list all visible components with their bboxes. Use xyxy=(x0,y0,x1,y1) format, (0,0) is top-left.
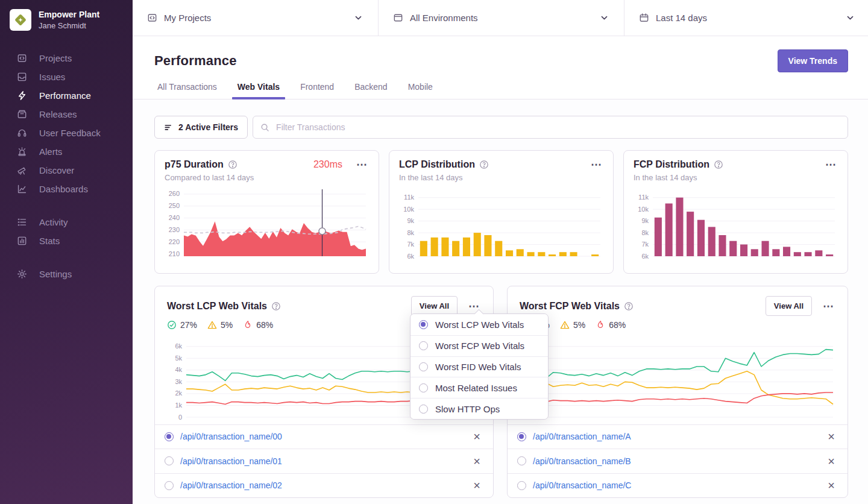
sidebar-item-label: Performance xyxy=(39,90,91,101)
row-radio[interactable] xyxy=(165,432,174,441)
vitals-bar xyxy=(717,456,818,466)
search-icon xyxy=(260,123,269,132)
selector-all-environments[interactable]: All Environments xyxy=(378,0,624,36)
row-radio[interactable] xyxy=(165,481,174,490)
close-icon[interactable]: × xyxy=(470,456,483,466)
org-logo xyxy=(10,9,31,31)
close-icon[interactable]: × xyxy=(470,480,483,490)
svg-text:220: 220 xyxy=(169,238,180,245)
menu-item-worst-fcp-web-vitals[interactable]: Worst FCP Web Vitals xyxy=(410,335,548,356)
card-title: Worst FCP Web Vitals xyxy=(520,301,620,312)
badge-value: 68% xyxy=(609,320,626,330)
sidebar-item-label: Issues xyxy=(39,72,65,82)
table-row[interactable]: /api/0/transaction_name/C× xyxy=(508,473,848,498)
view-all-button[interactable]: View All xyxy=(766,296,812,316)
sidebar-item-user-feedback[interactable]: User Feedback xyxy=(0,124,133,142)
row-radio[interactable] xyxy=(517,432,526,441)
menu-item-most-related-issues[interactable]: Most Related Issues xyxy=(410,377,548,398)
row-radio[interactable] xyxy=(517,456,526,465)
menu-item-worst-fid-web-vitals[interactable]: Worst FID Web Vitals xyxy=(410,356,548,377)
vitals-badge: 27% xyxy=(167,320,197,330)
sidebar-item-projects[interactable]: Projects xyxy=(0,49,133,68)
menu-item-radio[interactable] xyxy=(419,320,428,329)
transaction-link[interactable]: /api/0/transaction_name/A xyxy=(533,432,631,441)
transaction-link[interactable]: /api/0/transaction_name/00 xyxy=(180,432,282,441)
table-row[interactable]: /api/0/transaction_name/A× xyxy=(508,424,848,449)
help-icon[interactable] xyxy=(624,301,634,311)
close-icon[interactable]: × xyxy=(825,432,838,441)
svg-text:10k: 10k xyxy=(638,206,649,213)
tab-frontend[interactable]: Frontend xyxy=(300,82,334,99)
view-trends-button[interactable]: View Trends xyxy=(778,49,848,72)
svg-text:7k: 7k xyxy=(407,241,414,248)
performance-tabs: All TransactionsWeb VitalsFrontendBacken… xyxy=(133,72,868,99)
sidebar-item-settings[interactable]: Settings xyxy=(0,265,133,283)
sidebar-item-performance[interactable]: Performance xyxy=(0,86,133,105)
transaction-link[interactable]: /api/0/transaction_name/01 xyxy=(180,456,282,466)
row-radio[interactable] xyxy=(165,456,174,465)
sidebar-item-alerts[interactable]: Alerts xyxy=(0,142,133,161)
card-actions: View All ⋯ xyxy=(766,296,835,316)
selector-label: Last 14 days xyxy=(656,13,707,23)
menu-item-radio[interactable] xyxy=(419,405,428,414)
help-icon[interactable] xyxy=(228,160,237,169)
chevron-down-icon xyxy=(599,13,609,23)
tab-web-vitals[interactable]: Web Vitals xyxy=(237,82,280,99)
vitals-bar-segment xyxy=(362,456,371,466)
transaction-list: /api/0/transaction_name/00×/api/0/transa… xyxy=(155,424,493,498)
menu-item-label: Worst LCP Web Vitals xyxy=(435,320,524,330)
vitals-type-dropdown: Worst LCP Web VitalsWorst FCP Web Vitals… xyxy=(410,313,549,420)
table-row[interactable]: /api/0/transaction_name/01× xyxy=(155,449,493,473)
alerts-icon xyxy=(17,146,27,157)
more-options-icon[interactable]: ⋯ xyxy=(822,303,835,310)
search-input[interactable] xyxy=(275,122,840,133)
active-filters-button[interactable]: 2 Active Filters xyxy=(154,116,248,139)
sidebar-item-issues[interactable]: Issues xyxy=(0,68,133,86)
tab-mobile[interactable]: Mobile xyxy=(408,82,433,99)
vitals-bar-segment xyxy=(371,456,403,466)
menu-item-radio[interactable] xyxy=(419,341,428,350)
help-icon[interactable] xyxy=(479,160,489,169)
menu-item-radio[interactable] xyxy=(419,383,428,392)
org-switcher[interactable]: Empower Plant Jane Schmidt xyxy=(0,0,133,37)
selector-my-projects[interactable]: My Projects xyxy=(133,0,378,36)
menu-item-radio[interactable] xyxy=(419,362,428,371)
table-row[interactable]: /api/0/transaction_name/00× xyxy=(155,424,493,449)
dashboards-icon xyxy=(17,184,27,194)
transaction-link[interactable]: /api/0/transaction_name/C xyxy=(533,480,631,490)
projects-icon xyxy=(147,13,157,23)
more-options-icon[interactable]: ⋯ xyxy=(590,161,603,168)
sidebar-item-dashboards[interactable]: Dashboards xyxy=(0,180,133,198)
tab-backend[interactable]: Backend xyxy=(354,82,387,99)
projects-icon xyxy=(17,53,27,63)
performance-icon xyxy=(17,90,27,101)
table-row[interactable]: /api/0/transaction_name/B× xyxy=(508,449,848,473)
transaction-link[interactable]: /api/0/transaction_name/B xyxy=(533,456,631,466)
more-options-icon[interactable]: ⋯ xyxy=(824,161,838,168)
sidebar-item-discover[interactable]: Discover xyxy=(0,161,133,180)
sidebar-item-activity[interactable]: Activity xyxy=(0,213,133,232)
help-icon[interactable] xyxy=(271,301,281,311)
vitals-bar-segment xyxy=(766,480,818,490)
sidebar-item-label: Alerts xyxy=(39,146,62,157)
sidebar-item-stats[interactable]: Stats xyxy=(0,232,133,250)
selector-last-14-days[interactable]: Last 14 days xyxy=(624,0,868,36)
settings-icon xyxy=(17,269,27,279)
more-options-icon[interactable]: ⋯ xyxy=(355,161,369,168)
close-icon[interactable]: × xyxy=(470,432,483,441)
close-icon[interactable]: × xyxy=(825,480,838,490)
close-icon[interactable]: × xyxy=(825,456,838,466)
transaction-link[interactable]: /api/0/transaction_name/02 xyxy=(180,480,282,490)
help-icon[interactable] xyxy=(714,160,723,169)
svg-text:2k: 2k xyxy=(175,389,182,397)
sidebar-item-label: User Feedback xyxy=(39,128,101,138)
sidebar-item-label: Discover xyxy=(39,165,74,175)
sidebar-item-releases[interactable]: Releases xyxy=(0,105,133,124)
tab-all-transactions[interactable]: All Transactions xyxy=(157,82,217,99)
menu-item-slow-http-ops[interactable]: Slow HTTP Ops xyxy=(410,398,548,419)
svg-text:250: 250 xyxy=(169,202,180,209)
more-options-icon[interactable]: ⋯ xyxy=(467,303,481,310)
row-radio[interactable] xyxy=(517,481,526,490)
table-row[interactable]: /api/0/transaction_name/02× xyxy=(155,473,493,498)
filter-row: 2 Active Filters xyxy=(154,116,848,139)
